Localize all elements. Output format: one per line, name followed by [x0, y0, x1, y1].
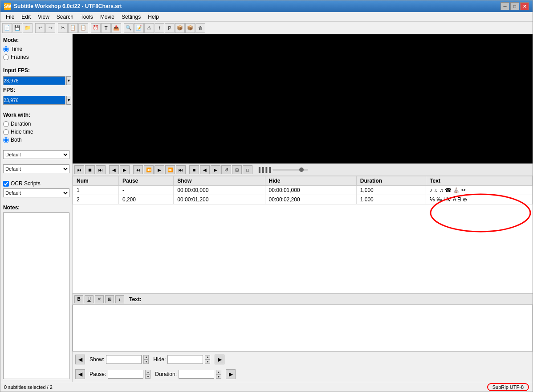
vc-rewind[interactable]: ⏪: [144, 165, 154, 174]
maximize-button[interactable]: □: [510, 2, 519, 10]
vc-fit[interactable]: □: [243, 165, 252, 174]
ocr-scripts-row: OCR Scripts: [3, 180, 69, 187]
cell-duration-2: 1,000: [356, 195, 426, 204]
underline-button[interactable]: U: [85, 295, 94, 303]
menu-help[interactable]: Help: [144, 13, 163, 21]
hide-spin-up[interactable]: ▲: [205, 355, 210, 359]
toolbar-paste[interactable]: 📋: [78, 23, 88, 33]
menu-bar: File Edit View Search Tools Movie Settin…: [0, 12, 533, 22]
table-row[interactable]: 1 - 00:00:00,000 00:00:01,000 1,000 ♪ ♫ …: [73, 186, 533, 195]
video-area: [73, 34, 533, 163]
app-icon: SW: [4, 3, 11, 10]
vc-prev-sub[interactable]: ◀: [200, 165, 210, 174]
vc-play-next[interactable]: ⏭: [96, 165, 106, 174]
toolbar-cut[interactable]: ✂: [58, 23, 68, 33]
strikethrough-button[interactable]: ✕: [95, 295, 104, 303]
show-input[interactable]: [106, 355, 142, 364]
toolbar-italic[interactable]: I: [155, 23, 164, 33]
minimize-button[interactable]: ─: [500, 2, 509, 10]
default3-select[interactable]: Default: [3, 188, 69, 197]
menu-edit[interactable]: Edit: [18, 13, 34, 21]
toolbar-edit[interactable]: 📝: [134, 23, 144, 33]
vc-prev-frame[interactable]: ◀: [109, 165, 119, 174]
cell-num-2: 2: [73, 195, 119, 204]
format-button[interactable]: ⊞: [105, 295, 114, 303]
italic-button[interactable]: I: [115, 295, 124, 303]
radio-time-row: Time: [3, 46, 69, 52]
vc-stop[interactable]: ⏹: [85, 165, 95, 174]
radio-hidetime[interactable]: [3, 129, 9, 135]
cell-hide-2: 00:00:02,200: [265, 195, 356, 204]
close-button[interactable]: ✕: [520, 2, 529, 10]
toolbar-undo[interactable]: ↩: [35, 23, 45, 33]
toolbar-warning[interactable]: ⚠: [144, 23, 154, 33]
nav-prev-button[interactable]: ◀: [75, 355, 85, 364]
toolbar-open[interactable]: 📁: [23, 23, 33, 33]
toolbar-search[interactable]: 🔍: [124, 23, 134, 33]
toolbar-time[interactable]: ⏰: [91, 23, 101, 33]
toolbar-new[interactable]: 📄: [2, 23, 12, 33]
vc-snap[interactable]: ⊞: [232, 165, 242, 174]
menu-movie[interactable]: Movie: [97, 13, 118, 21]
toolbar-preview[interactable]: P: [165, 23, 175, 33]
vc-fastforward[interactable]: ⏩: [165, 165, 175, 174]
menu-search[interactable]: Search: [53, 13, 77, 21]
vc-play-prev[interactable]: ⏮: [74, 165, 84, 174]
toolbar-redo[interactable]: ↪: [45, 23, 55, 33]
volume-slider[interactable]: [273, 169, 308, 171]
notes-box[interactable]: [3, 212, 69, 379]
menu-file[interactable]: File: [2, 13, 18, 21]
fps-arrow[interactable]: ▼: [66, 96, 71, 105]
show-spin-up[interactable]: ▲: [143, 355, 149, 359]
col-num: Num: [73, 176, 119, 186]
fps-field[interactable]: [3, 96, 65, 105]
radio-frames[interactable]: [3, 54, 9, 60]
input-fps-field[interactable]: [3, 76, 65, 85]
pause-input[interactable]: [108, 370, 143, 379]
nav-next2-button[interactable]: ▶: [226, 369, 236, 379]
pause-spin-up[interactable]: ▲: [145, 370, 151, 374]
toolbar-delete[interactable]: 🗑: [195, 23, 205, 33]
vc-play[interactable]: ▶: [155, 165, 164, 174]
edit-textarea[interactable]: [73, 305, 533, 351]
ocr-scripts-checkbox[interactable]: [3, 181, 9, 187]
default2-select[interactable]: Default: [3, 164, 69, 173]
hide-spin-down[interactable]: ▼: [205, 359, 210, 364]
toolbar-save[interactable]: 💾: [12, 23, 22, 33]
ocr-scripts-label: OCR Scripts: [11, 180, 41, 187]
pause-spin-down[interactable]: ▼: [145, 374, 151, 379]
toolbar-export[interactable]: 📤: [111, 23, 121, 33]
toolbar-package1[interactable]: 📦: [175, 23, 185, 33]
duration-spin-up[interactable]: ▲: [216, 370, 221, 374]
vc-next-sub[interactable]: ▶: [211, 165, 220, 174]
window-controls: ─ □ ✕: [500, 2, 529, 10]
duration-spin-down[interactable]: ▼: [216, 374, 221, 379]
vc-loop[interactable]: ↺: [221, 165, 231, 174]
input-fps-arrow[interactable]: ▼: [66, 76, 71, 85]
radio-both[interactable]: [3, 137, 9, 143]
vc-end[interactable]: ⏭: [176, 165, 186, 174]
vc-rewind-start[interactable]: ⏮: [133, 165, 143, 174]
menu-view[interactable]: View: [34, 13, 53, 21]
menu-tools[interactable]: Tools: [77, 13, 97, 21]
vc-mark-in[interactable]: ■: [189, 165, 199, 174]
volume-thumb[interactable]: [299, 167, 304, 172]
toolbar-copy[interactable]: 📋: [68, 23, 78, 33]
table-row[interactable]: 2 0,200 00:00:01,200 00:00:02,200 1,000 …: [73, 195, 533, 204]
vc-next-frame[interactable]: ▶: [120, 165, 130, 174]
default1-select[interactable]: Default: [3, 150, 69, 159]
volume-area: ▐▐▐▐: [253, 167, 531, 172]
radio-hidetime-row: Hide time: [3, 129, 69, 135]
show-spin-down[interactable]: ▼: [143, 359, 149, 364]
duration-input[interactable]: [179, 370, 214, 379]
radio-duration[interactable]: [3, 121, 9, 127]
hide-input[interactable]: [167, 355, 203, 364]
radio-time[interactable]: [3, 46, 9, 52]
toolbar-package2[interactable]: 📦: [185, 23, 195, 33]
nav-next-button[interactable]: ▶: [215, 355, 224, 364]
toolbar-text[interactable]: T: [101, 23, 111, 33]
menu-settings[interactable]: Settings: [118, 13, 144, 21]
bold-button[interactable]: B: [74, 295, 83, 303]
nav-prev2-button[interactable]: ◀: [75, 369, 85, 379]
text-label: Text:: [129, 296, 142, 302]
